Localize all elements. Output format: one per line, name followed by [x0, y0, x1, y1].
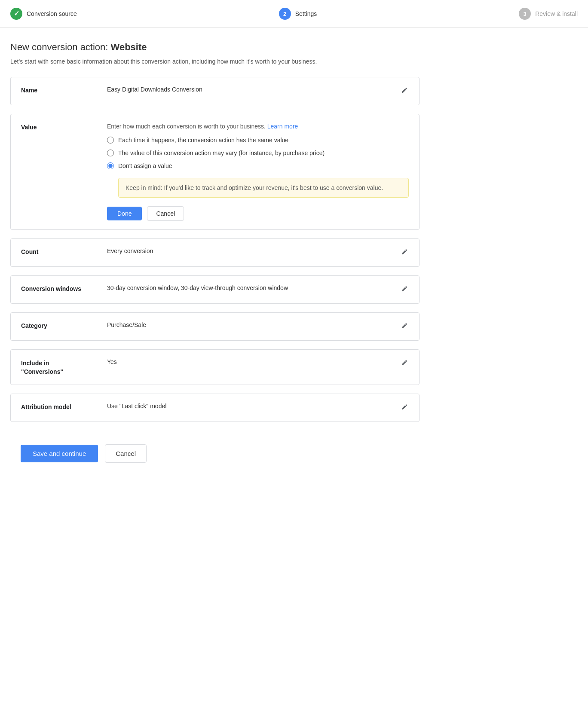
category-label: Category [21, 321, 107, 329]
attribution-model-label: Attribution model [21, 403, 107, 410]
attribution-model-section: Attribution model Use "Last click" model [10, 394, 420, 422]
name-row: Name Easy Digital Downloads Conversion [11, 77, 419, 105]
value-section: Value Enter how much each conversion is … [10, 114, 420, 230]
radio-vary-value[interactable]: The value of this conversion action may … [107, 150, 409, 156]
page-title: New conversion action: Website [10, 42, 420, 53]
bottom-actions: Save and continue Cancel [10, 431, 420, 477]
conversion-windows-edit-button[interactable] [400, 284, 409, 293]
radio-same-value-label: Each time it happens, the conversion act… [118, 137, 288, 144]
name-label: Name [21, 86, 107, 94]
step-conversion-source: ✓ Conversion source [10, 8, 77, 20]
conversion-windows-label: Conversion windows [21, 284, 107, 292]
page-title-bold: Website [111, 42, 147, 52]
bottom-cancel-button[interactable]: Cancel [105, 444, 147, 463]
value-warning-box: Keep in mind: If you'd like to track and… [118, 178, 409, 198]
value-warning-text: Keep in mind: If you'd like to track and… [126, 184, 383, 191]
step-number-3: 3 [524, 11, 527, 17]
value-content: Enter how much each conversion is worth … [107, 123, 409, 229]
main-content: New conversion action: Website Let's sta… [0, 28, 430, 490]
radio-same-value[interactable]: Each time it happens, the conversion act… [107, 137, 409, 144]
count-edit-button[interactable] [400, 247, 409, 256]
radio-same-value-input[interactable] [107, 137, 114, 144]
category-value: Purchase/Sale [107, 321, 393, 328]
value-done-button[interactable]: Done [107, 207, 142, 220]
radio-vary-value-label: The value of this conversion action may … [118, 150, 325, 156]
radio-no-value[interactable]: Don't assign a value [107, 162, 409, 169]
count-row: Count Every conversion [11, 239, 419, 266]
name-edit-icon[interactable] [400, 86, 409, 95]
conversion-windows-section: Conversion windows 30-day conversion win… [10, 275, 420, 304]
include-conversions-row: Include in"Conversions" Yes [11, 350, 419, 385]
step-circle-2: 2 [279, 8, 291, 20]
step-label-2: Settings [295, 10, 317, 17]
include-conversions-section: Include in"Conversions" Yes [10, 349, 420, 385]
pencil-icon [401, 403, 408, 410]
attribution-model-value: Use "Last click" model [107, 403, 393, 409]
count-section: Count Every conversion [10, 238, 420, 267]
step-label-1: Conversion source [27, 10, 77, 17]
step-circle-1: ✓ [10, 8, 22, 20]
conversion-windows-row: Conversion windows 30-day conversion win… [11, 276, 419, 303]
name-edit-button[interactable] [400, 86, 409, 95]
pencil-icon [401, 87, 408, 94]
value-description: Enter how much each conversion is worth … [107, 123, 409, 130]
count-label: Count [21, 247, 107, 255]
attribution-model-edit-icon[interactable] [400, 403, 409, 411]
conversion-windows-value: 30-day conversion window, 30-day view-th… [107, 284, 393, 291]
attribution-model-edit-button[interactable] [400, 403, 409, 411]
radio-vary-value-input[interactable] [107, 150, 114, 156]
include-conversions-edit-button[interactable] [400, 358, 409, 367]
category-row: Category Purchase/Sale [11, 313, 419, 340]
step-review: 3 Review & install [519, 8, 578, 20]
step-connector-2 [325, 14, 510, 14]
step-settings: 2 Settings [279, 8, 317, 20]
page-title-prefix: New conversion action: [10, 42, 111, 52]
value-desc-text: Enter how much each conversion is worth … [107, 123, 266, 130]
value-label: Value [21, 123, 107, 131]
step-circle-3: 3 [519, 8, 531, 20]
step-number-2: 2 [283, 11, 286, 17]
checkmark-icon: ✓ [14, 10, 19, 17]
pencil-icon [401, 285, 408, 292]
attribution-model-row: Attribution model Use "Last click" model [11, 394, 419, 422]
step-connector-1 [86, 14, 270, 14]
count-edit-icon[interactable] [400, 247, 409, 256]
include-conversions-edit-icon[interactable] [400, 358, 409, 367]
step-label-3: Review & install [535, 10, 578, 17]
pencil-icon [401, 322, 408, 329]
value-button-row: Done Cancel [107, 206, 409, 229]
include-conversions-label: Include in"Conversions" [21, 358, 107, 376]
include-conversions-value: Yes [107, 358, 393, 365]
count-value: Every conversion [107, 247, 393, 254]
category-edit-button[interactable] [400, 321, 409, 330]
pencil-icon [401, 359, 408, 366]
pencil-icon [401, 248, 408, 255]
category-section: Category Purchase/Sale [10, 312, 420, 341]
radio-no-value-input[interactable] [107, 162, 114, 169]
page-description: Let's start with some basic information … [10, 58, 420, 65]
stepper: ✓ Conversion source 2 Settings 3 Review … [0, 0, 588, 28]
category-edit-icon[interactable] [400, 321, 409, 330]
name-section: Name Easy Digital Downloads Conversion [10, 77, 420, 105]
save-continue-button[interactable]: Save and continue [21, 445, 98, 462]
value-radio-group: Each time it happens, the conversion act… [107, 137, 409, 169]
radio-no-value-label: Don't assign a value [118, 162, 172, 169]
conversion-windows-edit-icon[interactable] [400, 284, 409, 293]
learn-more-link[interactable]: Learn more [267, 123, 298, 130]
name-value: Easy Digital Downloads Conversion [107, 86, 393, 93]
value-cancel-button[interactable]: Cancel [147, 206, 184, 221]
